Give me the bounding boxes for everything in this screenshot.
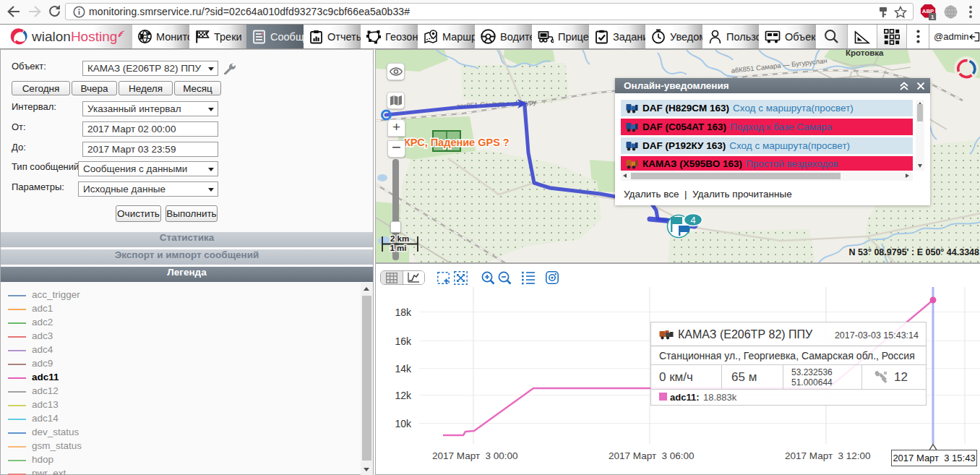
svg-text:2 km: 2 km: [390, 234, 409, 243]
svg-text:1 mi: 1 mi: [390, 244, 406, 252]
svg-text:N 53° 08.9795' : E 050° 44.334: N 53° 08.9795' : E 050° 44.3348: [849, 247, 980, 257]
svg-text:1: 1: [931, 14, 934, 20]
svg-text:Кротовка: Кротовка: [846, 50, 884, 57]
svg-text:4: 4: [690, 215, 695, 226]
svg-text:КРС, Падение GPS ?: КРС, Падение GPS ?: [404, 137, 510, 148]
